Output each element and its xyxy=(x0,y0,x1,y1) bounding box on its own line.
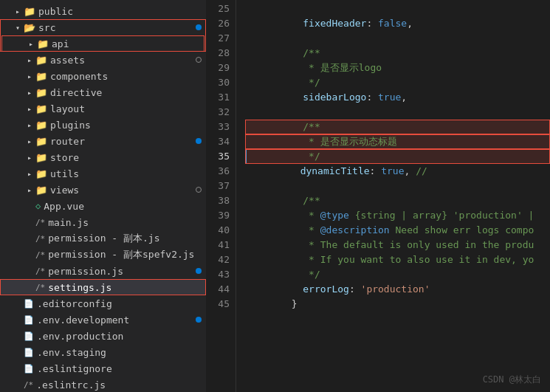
tree-label-views: views xyxy=(50,185,196,196)
dot-src xyxy=(196,24,202,30)
tree-item-eslintignore[interactable]: .eslintignore xyxy=(0,360,206,376)
tree-label-public: public xyxy=(38,6,206,17)
tree-item-envdev[interactable]: .env.development xyxy=(0,312,206,328)
dot-assets xyxy=(196,57,202,63)
tree-label-envstaging: .env.staging xyxy=(37,347,206,358)
tree-arrow-assets[interactable] xyxy=(24,56,35,64)
vue-icon: ◇ xyxy=(35,201,41,211)
folder-icon-store xyxy=(35,152,47,163)
tree-item-envstaging[interactable]: .env.staging xyxy=(0,344,206,360)
line-num-28: 28 xyxy=(207,46,230,61)
js-icon: /* xyxy=(35,218,45,227)
line-num-29: 29 xyxy=(207,61,230,75)
dot-router xyxy=(196,138,202,144)
line-num-31: 31 xyxy=(207,90,230,105)
line-num-33: 33 xyxy=(207,120,230,134)
line-num-44: 44 xyxy=(207,282,230,297)
folder-icon-api xyxy=(37,38,49,49)
folder-icon-router xyxy=(35,136,47,147)
tree-item-appvue[interactable]: ◇ App.vue xyxy=(0,198,206,214)
tree-label-settingsjs: settings.js xyxy=(48,282,206,293)
tree-label-permjs: permission.js xyxy=(48,266,196,277)
tree-item-permcopy1[interactable]: /* permission - 副本.js xyxy=(0,230,206,247)
line-num-41: 41 xyxy=(207,238,230,252)
code-line-37: /** xyxy=(245,179,550,193)
tree-label-layout: layout xyxy=(50,103,206,114)
tree-arrow-components[interactable] xyxy=(24,72,35,80)
tree-item-eslintrc[interactable]: /* .eslintrc.js xyxy=(0,376,206,392)
tree-item-settingsjs[interactable]: /* settings.js xyxy=(0,279,206,295)
tree-item-src[interactable]: src xyxy=(0,19,206,35)
folder-icon-layout xyxy=(35,103,47,114)
folder-icon-directive xyxy=(35,87,47,98)
tree-arrow-layout[interactable] xyxy=(24,105,35,113)
tree-item-directive[interactable]: directive xyxy=(0,84,206,100)
code-editor: 25 26 27 28 29 30 31 32 33 34 35 36 37 3… xyxy=(207,0,550,392)
tree-arrow-public[interactable] xyxy=(12,7,24,16)
code-content[interactable]: fixedHeader: false, /** * 是否显示logo */ si… xyxy=(236,0,550,392)
file-tree[interactable]: public src api assets xyxy=(0,0,207,392)
tree-arrow-src[interactable] xyxy=(12,24,24,32)
tree-label-src: src xyxy=(38,22,196,33)
tree-item-envprod[interactable]: .env.production xyxy=(0,328,206,344)
line-num-38: 38 xyxy=(207,193,230,208)
tree-item-layout[interactable]: layout xyxy=(0,100,206,117)
tree-label-utils: utils xyxy=(50,168,206,179)
tree-label-appvue: App.vue xyxy=(44,201,206,212)
tree-label-store: store xyxy=(50,152,206,163)
line-num-25: 25 xyxy=(207,1,230,16)
file-icon-envstaging xyxy=(24,348,34,357)
tree-item-utils[interactable]: utils xyxy=(0,165,206,182)
tree-item-components[interactable]: components xyxy=(0,68,206,84)
js-icon2: /* xyxy=(35,234,45,244)
dot-envdev xyxy=(196,317,202,323)
tree-item-router[interactable]: router xyxy=(0,133,206,149)
file-icon-eslintignore xyxy=(24,364,34,374)
watermark: CSDN @林太白 xyxy=(483,374,541,386)
line-num-36: 36 xyxy=(207,164,230,179)
tree-arrow-views[interactable] xyxy=(24,186,35,194)
tree-label-permcopy2: permission - 副本spefv2.js xyxy=(48,248,206,261)
tree-arrow-directive[interactable] xyxy=(24,89,35,97)
line-num-30: 30 xyxy=(207,75,230,90)
tree-item-public[interactable]: public xyxy=(0,3,206,19)
dot-views xyxy=(196,187,202,193)
tree-arrow-utils[interactable] xyxy=(24,170,35,178)
tree-label-mainjs: main.js xyxy=(48,217,206,228)
line-num-32: 32 xyxy=(207,105,230,120)
folder-icon-public xyxy=(24,6,35,17)
folder-icon-utils xyxy=(35,168,47,179)
tree-item-store[interactable]: store xyxy=(0,149,206,165)
dot-permjs xyxy=(196,268,202,274)
tree-label-editorconfig: .editorconfig xyxy=(37,298,206,309)
tree-item-permjs[interactable]: /* permission.js xyxy=(0,263,206,279)
line-num-26: 26 xyxy=(207,16,230,31)
line-num-34: 34 xyxy=(207,134,230,149)
tree-item-api[interactable]: api xyxy=(1,35,204,52)
folder-icon-views xyxy=(35,185,47,196)
code-area[interactable]: 25 26 27 28 29 30 31 32 33 34 35 36 37 3… xyxy=(207,0,550,392)
tree-arrow-api[interactable] xyxy=(25,40,37,48)
js-icon6: /* xyxy=(24,380,33,390)
tree-label-components: components xyxy=(50,71,206,82)
tree-label-eslintrc: .eslintrc.js xyxy=(36,379,206,391)
js-icon4: /* xyxy=(35,267,45,276)
tree-label-router: router xyxy=(50,136,196,147)
js-icon3: /* xyxy=(35,250,45,260)
tree-item-views[interactable]: views xyxy=(0,182,206,198)
tree-label-eslintignore: .eslintignore xyxy=(37,363,206,374)
tree-arrow-store[interactable] xyxy=(24,154,35,162)
js-icon5: /* xyxy=(35,283,45,292)
tree-item-assets[interactable]: assets xyxy=(0,52,206,68)
tree-item-mainjs[interactable]: /* main.js xyxy=(0,214,206,230)
tree-item-editorconfig[interactable]: .editorconfig xyxy=(0,295,206,312)
tree-item-plugins[interactable]: plugins xyxy=(0,117,206,133)
line-num-35: 35 xyxy=(207,149,230,164)
tree-arrow-router[interactable] xyxy=(24,137,35,145)
line-num-40: 40 xyxy=(207,223,230,238)
line-num-27: 27 xyxy=(207,31,230,46)
line-num-45: 45 xyxy=(207,297,230,312)
tree-item-permcopy2[interactable]: /* permission - 副本spefv2.js xyxy=(0,247,206,263)
tree-arrow-plugins[interactable] xyxy=(24,121,35,129)
code-line-25: fixedHeader: false, xyxy=(245,1,550,16)
